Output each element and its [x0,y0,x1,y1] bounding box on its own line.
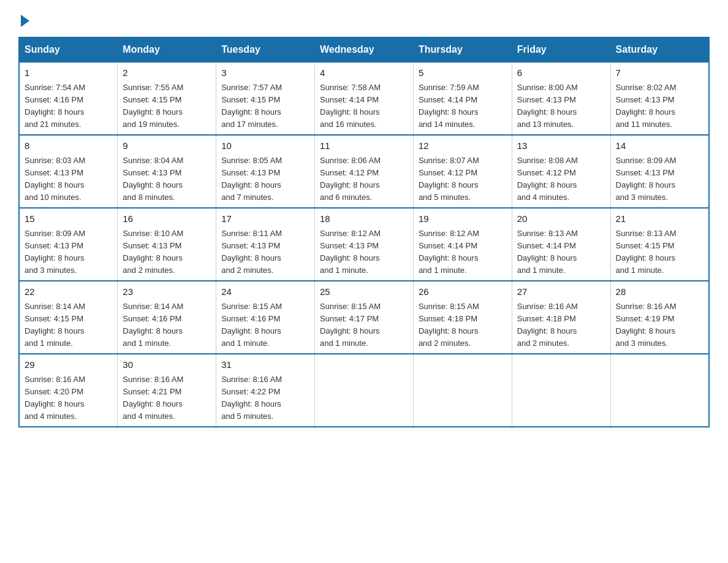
day-info: Sunrise: 8:02 AMSunset: 4:13 PMDaylight:… [616,83,677,129]
day-number: 1 [25,66,112,80]
day-number: 28 [616,285,703,299]
weekday-header-row: SundayMondayTuesdayWednesdayThursdayFrid… [19,37,709,62]
day-info: Sunrise: 7:59 AMSunset: 4:14 PMDaylight:… [419,83,479,129]
day-number: 31 [221,358,309,372]
day-number: 19 [419,212,507,226]
weekday-header-thursday: Thursday [413,37,512,62]
calendar-cell: 11 Sunrise: 8:06 AMSunset: 4:12 PMDaylig… [315,135,414,208]
day-number: 16 [123,212,211,226]
day-number: 13 [517,139,605,153]
calendar-cell: 6 Sunrise: 8:00 AMSunset: 4:13 PMDayligh… [512,62,610,135]
calendar-cell: 24 Sunrise: 8:15 AMSunset: 4:16 PMDaylig… [216,281,315,354]
day-info: Sunrise: 8:00 AMSunset: 4:13 PMDaylight:… [517,83,578,129]
day-info: Sunrise: 8:05 AMSunset: 4:13 PMDaylight:… [221,156,282,202]
calendar-cell: 27 Sunrise: 8:16 AMSunset: 4:18 PMDaylig… [512,281,610,354]
calendar-cell [413,354,512,427]
day-number: 4 [320,66,408,80]
day-info: Sunrise: 8:06 AMSunset: 4:12 PMDaylight:… [320,156,381,202]
calendar-table: SundayMondayTuesdayWednesdayThursdayFrid… [18,37,710,427]
day-number: 5 [419,66,507,80]
day-info: Sunrise: 8:14 AMSunset: 4:16 PMDaylight:… [123,302,183,348]
calendar-cell: 1 Sunrise: 7:54 AMSunset: 4:16 PMDayligh… [19,62,118,135]
calendar-cell: 26 Sunrise: 8:15 AMSunset: 4:18 PMDaylig… [413,281,512,354]
calendar-cell: 10 Sunrise: 8:05 AMSunset: 4:13 PMDaylig… [216,135,315,208]
logo-arrow-icon [21,15,29,27]
calendar-cell: 16 Sunrise: 8:10 AMSunset: 4:13 PMDaylig… [118,208,216,281]
day-info: Sunrise: 7:58 AMSunset: 4:14 PMDaylight:… [320,83,381,129]
day-info: Sunrise: 8:15 AMSunset: 4:18 PMDaylight:… [419,302,479,348]
day-info: Sunrise: 8:15 AMSunset: 4:16 PMDaylight:… [221,302,282,348]
calendar-cell: 21 Sunrise: 8:13 AMSunset: 4:15 PMDaylig… [610,208,709,281]
day-info: Sunrise: 8:16 AMSunset: 4:21 PMDaylight:… [123,375,183,421]
calendar-cell [315,354,414,427]
calendar-cell: 20 Sunrise: 8:13 AMSunset: 4:14 PMDaylig… [512,208,610,281]
calendar-cell [512,354,610,427]
calendar-cell: 14 Sunrise: 8:09 AMSunset: 4:13 PMDaylig… [610,135,709,208]
week-row-3: 15 Sunrise: 8:09 AMSunset: 4:13 PMDaylig… [19,208,709,281]
calendar-cell: 13 Sunrise: 8:08 AMSunset: 4:12 PMDaylig… [512,135,610,208]
calendar-cell: 5 Sunrise: 7:59 AMSunset: 4:14 PMDayligh… [413,62,512,135]
calendar-cell: 15 Sunrise: 8:09 AMSunset: 4:13 PMDaylig… [19,208,118,281]
day-info: Sunrise: 8:13 AMSunset: 4:15 PMDaylight:… [616,229,677,275]
day-info: Sunrise: 8:03 AMSunset: 4:13 PMDaylight:… [25,156,85,202]
calendar-cell: 31 Sunrise: 8:16 AMSunset: 4:22 PMDaylig… [216,354,315,427]
day-info: Sunrise: 8:12 AMSunset: 4:13 PMDaylight:… [320,229,381,275]
day-info: Sunrise: 8:16 AMSunset: 4:22 PMDaylight:… [221,375,282,421]
day-number: 8 [25,139,112,153]
day-info: Sunrise: 8:10 AMSunset: 4:13 PMDaylight:… [123,229,183,275]
day-info: Sunrise: 8:08 AMSunset: 4:12 PMDaylight:… [517,156,578,202]
week-row-1: 1 Sunrise: 7:54 AMSunset: 4:16 PMDayligh… [19,62,709,135]
calendar-cell: 23 Sunrise: 8:14 AMSunset: 4:16 PMDaylig… [118,281,216,354]
calendar-cell: 4 Sunrise: 7:58 AMSunset: 4:14 PMDayligh… [315,62,414,135]
weekday-header-saturday: Saturday [610,37,709,62]
day-info: Sunrise: 8:13 AMSunset: 4:14 PMDaylight:… [517,229,578,275]
day-info: Sunrise: 8:04 AMSunset: 4:13 PMDaylight:… [123,156,183,202]
calendar-cell: 18 Sunrise: 8:12 AMSunset: 4:13 PMDaylig… [315,208,414,281]
calendar-cell: 25 Sunrise: 8:15 AMSunset: 4:17 PMDaylig… [315,281,414,354]
day-number: 9 [123,139,211,153]
calendar-cell [610,354,709,427]
calendar-cell: 29 Sunrise: 8:16 AMSunset: 4:20 PMDaylig… [19,354,118,427]
week-row-2: 8 Sunrise: 8:03 AMSunset: 4:13 PMDayligh… [19,135,709,208]
day-number: 27 [517,285,605,299]
calendar-cell: 2 Sunrise: 7:55 AMSunset: 4:15 PMDayligh… [118,62,216,135]
day-number: 24 [221,285,309,299]
day-info: Sunrise: 7:55 AMSunset: 4:15 PMDaylight:… [123,83,183,129]
weekday-header-tuesday: Tuesday [216,37,315,62]
day-number: 7 [616,66,703,80]
calendar-cell: 7 Sunrise: 8:02 AMSunset: 4:13 PMDayligh… [610,62,709,135]
logo [18,12,29,25]
day-number: 15 [25,212,112,226]
day-number: 26 [419,285,507,299]
day-info: Sunrise: 8:14 AMSunset: 4:15 PMDaylight:… [25,302,85,348]
calendar-cell: 17 Sunrise: 8:11 AMSunset: 4:13 PMDaylig… [216,208,315,281]
day-number: 30 [123,358,211,372]
day-number: 18 [320,212,408,226]
day-info: Sunrise: 8:16 AMSunset: 4:20 PMDaylight:… [25,375,85,421]
day-number: 22 [25,285,112,299]
day-number: 10 [221,139,309,153]
day-number: 23 [123,285,211,299]
calendar-cell: 22 Sunrise: 8:14 AMSunset: 4:15 PMDaylig… [19,281,118,354]
day-info: Sunrise: 8:12 AMSunset: 4:14 PMDaylight:… [419,229,479,275]
day-number: 6 [517,66,605,80]
day-info: Sunrise: 8:16 AMSunset: 4:19 PMDaylight:… [616,302,677,348]
day-info: Sunrise: 8:09 AMSunset: 4:13 PMDaylight:… [25,229,85,275]
calendar-cell: 8 Sunrise: 8:03 AMSunset: 4:13 PMDayligh… [19,135,118,208]
day-info: Sunrise: 8:11 AMSunset: 4:13 PMDaylight:… [221,229,282,275]
day-info: Sunrise: 8:16 AMSunset: 4:18 PMDaylight:… [517,302,578,348]
day-number: 11 [320,139,408,153]
weekday-header-monday: Monday [118,37,216,62]
day-number: 29 [25,358,112,372]
week-row-5: 29 Sunrise: 8:16 AMSunset: 4:20 PMDaylig… [19,354,709,427]
week-row-4: 22 Sunrise: 8:14 AMSunset: 4:15 PMDaylig… [19,281,709,354]
weekday-header-wednesday: Wednesday [315,37,414,62]
calendar-cell: 9 Sunrise: 8:04 AMSunset: 4:13 PMDayligh… [118,135,216,208]
day-number: 17 [221,212,309,226]
calendar-cell: 3 Sunrise: 7:57 AMSunset: 4:15 PMDayligh… [216,62,315,135]
calendar-cell: 28 Sunrise: 8:16 AMSunset: 4:19 PMDaylig… [610,281,709,354]
calendar-cell: 19 Sunrise: 8:12 AMSunset: 4:14 PMDaylig… [413,208,512,281]
weekday-header-sunday: Sunday [19,37,118,62]
day-info: Sunrise: 8:15 AMSunset: 4:17 PMDaylight:… [320,302,381,348]
calendar-cell: 12 Sunrise: 8:07 AMSunset: 4:12 PMDaylig… [413,135,512,208]
